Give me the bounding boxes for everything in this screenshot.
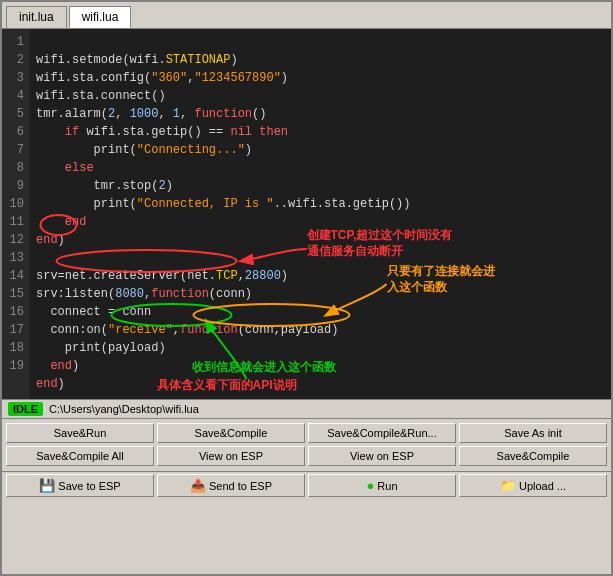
- button-section: Save&Run Save&Compile Save&Compile&Run..…: [2, 418, 611, 471]
- run-label: Run: [377, 480, 397, 492]
- send-to-esp-button[interactable]: 📤 Send to ESP: [157, 474, 305, 497]
- upload-label: Upload ...: [519, 480, 566, 492]
- save-icon: 💾: [39, 478, 55, 493]
- save-as-init-button[interactable]: Save As init: [459, 423, 607, 443]
- send-icon: 📤: [190, 478, 206, 493]
- save-compile-button-2[interactable]: Save&Compile: [459, 446, 607, 466]
- status-path: C:\Users\yang\Desktop\wifi.lua: [49, 403, 199, 415]
- button-row-1: Save&Run Save&Compile Save&Compile&Run..…: [6, 423, 607, 443]
- tab-wifi-lua[interactable]: wifi.lua: [69, 6, 132, 28]
- main-window: init.lua wifi.lua 12345 678910 111213141…: [0, 0, 613, 576]
- save-compile-button[interactable]: Save&Compile: [157, 423, 305, 443]
- save-compile-run-button[interactable]: Save&Compile&Run...: [308, 423, 456, 443]
- button-row-2: Save&Compile All View on ESP View on ESP…: [6, 446, 607, 466]
- tab-bar: init.lua wifi.lua: [2, 2, 611, 29]
- view-on-esp-button-2[interactable]: View on ESP: [308, 446, 456, 466]
- status-bar: IDLE C:\Users\yang\Desktop\wifi.lua: [2, 399, 611, 418]
- bottom-toolbar: 💾 Save to ESP 📤 Send to ESP ● Run 📁 Uplo…: [2, 471, 611, 501]
- save-to-esp-button[interactable]: 💾 Save to ESP: [6, 474, 154, 497]
- idle-badge: IDLE: [8, 402, 43, 416]
- line-numbers: 12345 678910 1112131415 16171819: [2, 29, 30, 399]
- tab-init-lua[interactable]: init.lua: [6, 6, 67, 28]
- code-editor: 12345 678910 1112131415 16171819 wifi.se…: [2, 29, 611, 399]
- run-button[interactable]: ● Run: [308, 474, 456, 497]
- upload-button[interactable]: 📁 Upload ...: [459, 474, 607, 497]
- code-content[interactable]: wifi.setmode(wifi.STATIONAP) wifi.sta.co…: [30, 29, 611, 399]
- run-icon: ●: [366, 478, 374, 493]
- upload-icon: 📁: [500, 478, 516, 493]
- save-run-button[interactable]: Save&Run: [6, 423, 154, 443]
- send-to-esp-label: Send to ESP: [209, 480, 272, 492]
- save-compile-all-button[interactable]: Save&Compile All: [6, 446, 154, 466]
- save-to-esp-label: Save to ESP: [58, 480, 120, 492]
- view-on-esp-button-1[interactable]: View on ESP: [157, 446, 305, 466]
